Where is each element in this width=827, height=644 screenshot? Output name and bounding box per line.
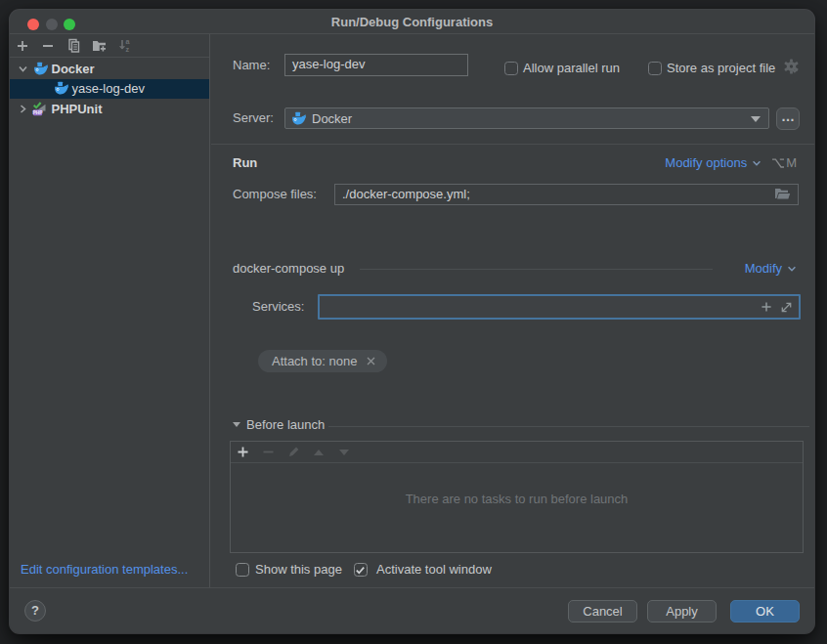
- collapse-triangle-icon[interactable]: [233, 422, 240, 427]
- before-launch-tasks-panel: There are no tasks to run before launch: [230, 441, 804, 553]
- phpunit-icon: PHP: [32, 101, 48, 116]
- configurations-tree: Docker yase-log-dev: [10, 59, 209, 119]
- compose-files-label: Compose files:: [233, 187, 317, 202]
- cancel-button[interactable]: Cancel: [568, 600, 637, 623]
- attach-to-chip[interactable]: Attach to: none: [258, 350, 387, 372]
- compose-up-section-title: docker-compose up: [233, 261, 344, 277]
- name-label: Name:: [233, 58, 270, 73]
- tree-item-label: Docker: [52, 62, 95, 76]
- run-section-title: Run: [233, 155, 257, 171]
- allow-parallel-run-checkbox[interactable]: [504, 62, 518, 75]
- checkmark-icon: [355, 565, 366, 576]
- server-value: Docker: [312, 111, 352, 126]
- move-up-icon[interactable]: [311, 445, 326, 460]
- before-launch-title: Before launch: [246, 417, 325, 433]
- configuration-editor: Name: yase-log-dev Allow parallel run St…: [211, 34, 814, 587]
- edit-task-icon[interactable]: [285, 445, 301, 460]
- store-as-project-file-checkbox[interactable]: [648, 62, 662, 75]
- services-label: Services:: [252, 299, 304, 315]
- svg-text:PHP: PHP: [32, 110, 43, 115]
- tree-item-label: yase-log-dev: [72, 81, 145, 96]
- allow-parallel-run-label[interactable]: Allow parallel run: [523, 61, 620, 76]
- expand-field-icon[interactable]: [780, 301, 793, 314]
- show-this-page-checkbox[interactable]: [236, 563, 249, 577]
- apply-button[interactable]: Apply: [647, 600, 717, 623]
- docker-icon: [32, 61, 48, 76]
- add-service-icon[interactable]: [761, 301, 772, 313]
- remove-configuration-icon[interactable]: [40, 38, 56, 54]
- option-key-icon: [771, 156, 785, 169]
- window-title: Run/Debug Configurations: [10, 15, 814, 29]
- name-input[interactable]: yase-log-dev: [284, 54, 468, 76]
- gear-icon[interactable]: [783, 59, 800, 75]
- tree-item-yase-log-dev[interactable]: yase-log-dev: [10, 79, 209, 100]
- tree-item-label: PHPUnit: [52, 102, 103, 116]
- docker-icon: [53, 81, 68, 97]
- chevron-down-icon[interactable]: [15, 61, 30, 76]
- tree-item-docker[interactable]: Docker: [10, 59, 209, 79]
- compose-up-modify: Modify: [745, 261, 797, 277]
- svg-text:z: z: [125, 45, 129, 53]
- sort-configurations-icon[interactable]: a z: [116, 38, 132, 54]
- attach-to-chip-label: Attach to: none: [272, 354, 357, 368]
- run-modify-options: Modify options M: [665, 155, 797, 171]
- server-browse-button[interactable]: …: [776, 107, 800, 130]
- run-debug-configurations-dialog: Run/Debug Configurations: [10, 10, 814, 633]
- chevron-down-icon: [752, 158, 762, 168]
- combo-dropdown-arrow-icon[interactable]: [751, 116, 761, 122]
- new-folder-icon[interactable]: [91, 38, 107, 54]
- edit-configuration-templates-link[interactable]: Edit configuration templates...: [21, 561, 188, 579]
- activate-tool-window-checkbox[interactable]: [354, 563, 368, 577]
- no-tasks-message: There are no tasks to run before launch: [231, 492, 803, 507]
- chevron-down-icon: [787, 264, 797, 274]
- store-as-project-file-label[interactable]: Store as project file: [667, 61, 775, 76]
- ok-button[interactable]: OK: [730, 600, 800, 623]
- chevron-right-icon[interactable]: [15, 101, 30, 116]
- modify-options-link[interactable]: Modify options: [665, 155, 747, 171]
- compose-files-input[interactable]: ./docker-compose.yml;: [334, 184, 799, 205]
- services-input[interactable]: [318, 294, 801, 320]
- tree-item-phpunit[interactable]: PHP PHPUnit: [10, 99, 209, 119]
- modify-options-shortcut: M: [771, 155, 797, 171]
- titled-separator-line: [360, 269, 713, 270]
- open-folder-icon[interactable]: [774, 187, 791, 201]
- move-down-icon[interactable]: [336, 445, 352, 460]
- section-separator: [211, 144, 814, 145]
- activate-tool-window-label[interactable]: Activate tool window: [376, 562, 492, 578]
- add-configuration-icon[interactable]: [15, 38, 30, 54]
- title-bar: Run/Debug Configurations: [10, 10, 814, 34]
- sidebar-toolbar: a z: [10, 34, 209, 58]
- docker-icon: [291, 111, 306, 126]
- show-this-page-label[interactable]: Show this page: [255, 562, 342, 578]
- server-label: Server:: [233, 110, 274, 126]
- titled-separator-line: [328, 426, 809, 427]
- dialog-buttons: Cancel Apply OK: [568, 600, 800, 623]
- copy-configuration-icon[interactable]: [65, 38, 81, 54]
- tasks-toolbar: [231, 442, 803, 463]
- configurations-sidebar: a z Docker: [10, 34, 210, 587]
- help-button[interactable]: ?: [24, 600, 46, 622]
- modify-link[interactable]: Modify: [745, 261, 782, 277]
- server-combobox[interactable]: Docker: [284, 107, 769, 129]
- add-task-icon[interactable]: [235, 445, 250, 460]
- close-icon[interactable]: [366, 356, 376, 366]
- dialog-footer: ? Cancel Apply OK: [10, 587, 814, 633]
- remove-task-icon[interactable]: [260, 445, 276, 460]
